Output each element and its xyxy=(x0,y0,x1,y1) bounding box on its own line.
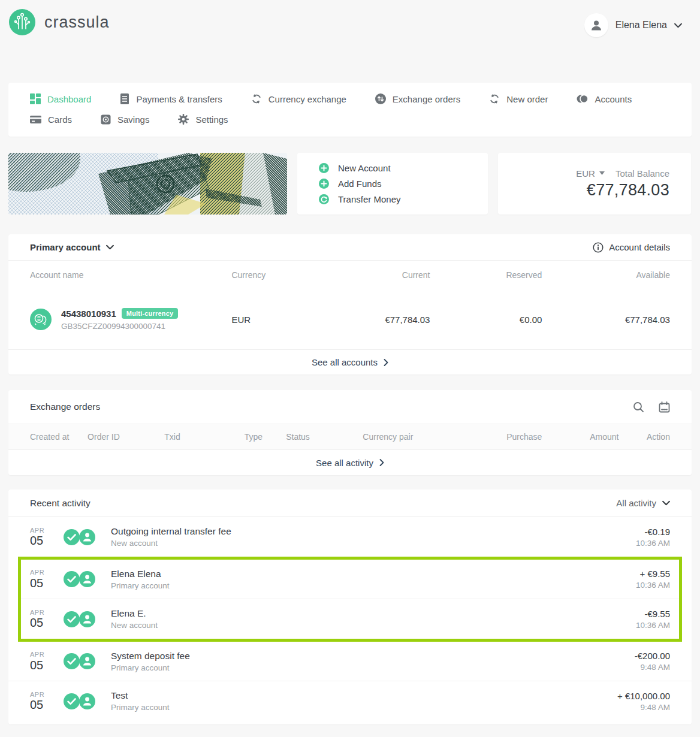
total-balance-label: Total Balance xyxy=(615,168,669,179)
account-currency: EUR xyxy=(231,315,308,325)
activity-time: 10:36 AM xyxy=(636,621,670,630)
activity-title: Elena E. xyxy=(111,608,158,619)
main-nav: Dashboard Payments & transfers Currency … xyxy=(8,83,692,137)
exchange-orders-table-header: Created at Order ID Txid Type Status Cur… xyxy=(8,424,692,450)
account-available: €77,784.03 xyxy=(542,315,670,325)
recent-activity-section: Recent activity All activity APR 05 Outg… xyxy=(8,490,692,724)
account-number: 45438010931 xyxy=(61,309,116,319)
add-funds-action[interactable]: Add Funds xyxy=(319,179,488,189)
activity-date: APR 05 xyxy=(30,569,64,589)
activity-date: APR 05 xyxy=(30,651,64,671)
counterparty-person-icon xyxy=(79,611,95,627)
counterparty-person-icon xyxy=(79,693,95,709)
activity-row[interactable]: APR 05 Outgoing internal transfer fee Ne… xyxy=(8,517,692,557)
info-icon xyxy=(593,242,604,253)
activity-row-highlighted[interactable]: APR 05 Elena E. New account -€9.55 10:36… xyxy=(21,599,679,639)
recent-activity-title: Recent activity xyxy=(30,498,90,509)
multi-currency-badge: Multi-currency xyxy=(122,308,179,319)
total-balance-amount: €77,784.03 xyxy=(587,181,669,200)
activity-date: APR 05 xyxy=(30,527,64,547)
triangle-down-icon xyxy=(599,171,605,175)
brand[interactable]: crassula xyxy=(8,7,110,36)
calendar-icon[interactable] xyxy=(659,401,670,413)
activity-amount: -€9.55 xyxy=(636,609,670,619)
activity-account: New account xyxy=(111,539,231,548)
activity-date: APR 05 xyxy=(30,691,64,711)
activity-amount: -€200.00 xyxy=(635,651,670,661)
activity-account: New account xyxy=(111,621,158,630)
exchange-orders-title: Exchange orders xyxy=(30,401,100,412)
activity-account: Primary account xyxy=(111,703,170,712)
chevron-down-icon xyxy=(662,500,670,506)
summary-row: New Account Add Funds Transfer Money EUR xyxy=(8,153,692,215)
activity-title: Test xyxy=(111,690,170,701)
nav-item-cards[interactable]: Cards xyxy=(30,114,72,125)
account-current: €77,784.03 xyxy=(309,315,430,325)
nav-item-dashboard[interactable]: Dashboard xyxy=(30,93,91,104)
nav-item-currency-exchange[interactable]: Currency exchange xyxy=(251,93,346,104)
nav-item-exchange-orders[interactable]: Exchange orders xyxy=(375,93,460,104)
user-menu[interactable]: Elena Elena xyxy=(584,13,682,37)
activity-filter-dropdown[interactable]: All activity xyxy=(616,498,670,508)
counterparty-person-icon xyxy=(79,571,95,587)
exchange-orders-section: Exchange orders Created at Order ID Txid… xyxy=(8,390,692,475)
activity-title: Outgoing internal transfer fee xyxy=(111,526,231,537)
payments-icon xyxy=(120,93,129,104)
status-check-icon xyxy=(64,571,80,587)
primary-account-section: Primary account Account details Account … xyxy=(8,234,692,374)
nav-item-payments[interactable]: Payments & transfers xyxy=(120,93,222,104)
transfer-circle-icon xyxy=(319,194,329,204)
brand-name: crassula xyxy=(44,13,110,32)
dashboard-icon xyxy=(30,93,41,104)
nav-item-savings[interactable]: Savings xyxy=(101,114,149,125)
new-account-action[interactable]: New Account xyxy=(319,163,488,173)
chevron-down-icon xyxy=(674,23,682,28)
activity-time: 10:36 AM xyxy=(636,539,670,548)
nav-item-new-order[interactable]: New order xyxy=(489,93,548,104)
settings-icon xyxy=(178,114,189,125)
account-details-link[interactable]: Account details xyxy=(593,242,670,253)
see-all-accounts-link[interactable]: See all accounts xyxy=(8,349,692,374)
banknote-image xyxy=(8,153,287,215)
activity-row[interactable]: APR 05 Test Primary account + €10,000.00… xyxy=(8,681,692,721)
accounts-table-header: Account name Currency Current Reserved A… xyxy=(8,261,692,289)
status-check-icon xyxy=(64,653,80,669)
cards-icon xyxy=(30,115,41,124)
account-row[interactable]: 45438010931 Multi-currency GB35CFZZ00994… xyxy=(8,289,692,349)
account-coins-icon xyxy=(30,309,52,330)
user-avatar xyxy=(584,13,608,37)
activity-amount: -€0.19 xyxy=(636,527,670,537)
search-icon[interactable] xyxy=(633,401,644,413)
counterparty-person-icon xyxy=(79,653,95,669)
status-check-icon xyxy=(64,611,80,627)
balance-currency-select[interactable]: EUR xyxy=(576,168,605,179)
activity-account: Primary account xyxy=(111,663,190,672)
activity-time: 10:36 AM xyxy=(636,581,670,590)
highlighted-rows-box: APR 05 Elena Elena Primary account + €9.… xyxy=(18,557,682,642)
transfer-money-action[interactable]: Transfer Money xyxy=(319,194,488,204)
see-all-activity-link[interactable]: See all activity xyxy=(8,450,692,475)
activity-row[interactable]: APR 05 System deposit fee Primary accoun… xyxy=(8,642,692,681)
nav-row-1: Dashboard Payments & transfers Currency … xyxy=(30,89,670,109)
total-balance-card: EUR Total Balance €77,784.03 xyxy=(498,153,691,215)
plus-circle-icon xyxy=(319,163,329,173)
user-name: Elena Elena xyxy=(615,20,667,31)
crassula-logo-icon xyxy=(8,8,36,36)
currency-exchange-icon xyxy=(251,93,262,104)
plus-circle-icon xyxy=(319,179,329,189)
exchange-orders-icon xyxy=(375,93,386,104)
activity-account: Primary account xyxy=(111,581,170,590)
nav-item-accounts[interactable]: Accounts xyxy=(577,93,632,104)
status-check-icon xyxy=(64,529,80,545)
primary-account-dropdown[interactable]: Primary account xyxy=(30,242,114,252)
account-iban: GB35CFZZ00994300000741 xyxy=(61,322,178,331)
new-order-icon xyxy=(489,93,500,104)
activity-row-highlighted[interactable]: APR 05 Elena Elena Primary account + €9.… xyxy=(21,560,679,599)
activity-amount: + €10,000.00 xyxy=(617,691,670,701)
chevron-down-icon xyxy=(106,244,114,250)
savings-icon xyxy=(101,114,111,125)
status-check-icon xyxy=(64,693,80,709)
nav-item-settings[interactable]: Settings xyxy=(178,114,228,125)
chevron-right-icon xyxy=(384,359,388,366)
activity-amount: + €9.55 xyxy=(636,569,670,579)
